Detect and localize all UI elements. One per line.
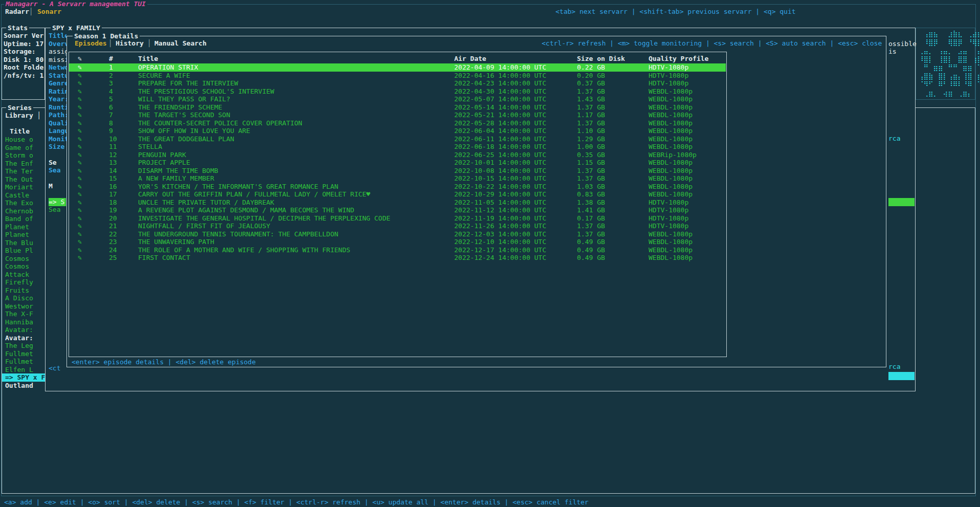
tab-sonarr[interactable]: Sonarr: [37, 8, 61, 16]
tab-manual-search[interactable]: Manual Search: [154, 39, 207, 48]
series-list-item[interactable]: Hanniba: [2, 318, 45, 326]
episode-row[interactable]: ✎ 14 DISARM THE TIME BOMB 2022-10-08 14:…: [69, 167, 726, 175]
series-list-item[interactable]: Band of: [2, 215, 45, 223]
episode-title: A NEW FAMILY MEMBER: [138, 174, 214, 183]
series-list-item[interactable]: Game of: [2, 144, 45, 152]
episode-size: 0.83 GB: [577, 190, 605, 199]
series-list-item[interactable]: The Out: [2, 175, 45, 184]
episode-row[interactable]: ✎ 21 NIGHTFALL / FIRST FIT OF JEALOUSY 2…: [69, 222, 726, 230]
series-list-item[interactable]: The Enf: [2, 160, 45, 168]
selected-season-row-fragment[interactable]: => S: [49, 198, 66, 206]
episode-quality: WEBDL-1080p: [649, 190, 693, 199]
episode-title: CARRY OUT THE GRIFFIN PLAN / FULLMETAL L…: [138, 190, 370, 199]
series-field-label: Quali: [49, 119, 66, 127]
series-list-item[interactable]: A Disco: [2, 294, 45, 302]
series-list-item[interactable]: Cosmos: [2, 262, 45, 271]
episode-row[interactable]: ✎ 5 WILL THEY PASS OR FAIL? 2022-05-07 1…: [69, 95, 726, 103]
pencil-icon: ✎: [78, 167, 82, 175]
episode-row[interactable]: ✎ 3 PREPARE FOR THE INTERVIEW 2022-04-23…: [69, 79, 726, 87]
episode-size: 1.37 GB: [577, 119, 605, 127]
series-list-item[interactable]: Avatar:: [2, 334, 45, 342]
episode-row[interactable]: ✎ 9 SHOW OFF HOW IN LOVE YOU ARE 2022-06…: [69, 127, 726, 135]
seasons-monitored-fragment: M: [49, 182, 53, 190]
series-list-item[interactable]: The Exo: [2, 199, 45, 207]
episode-row[interactable]: ✎ 22 THE UNDERGROUND TENNIS TOURNAMENT: …: [69, 230, 726, 238]
series-list-item[interactable]: Storm o: [2, 151, 45, 160]
series-list-item[interactable]: The Leg: [2, 342, 45, 350]
series-list-item[interactable]: Moriart: [2, 183, 45, 191]
episode-row[interactable]: ✎ 8 THE COUNTER-SECRET POLICE COVER OPER…: [69, 119, 726, 127]
series-list-item[interactable]: Fullmet: [2, 358, 45, 366]
episode-row[interactable]: ✎ 1 OPERATION STRIX 2022-04-09 14:00:00 …: [69, 63, 726, 72]
series-list-item[interactable]: => SPY x F: [2, 373, 45, 382]
series-list-item[interactable]: Avatar:: [2, 326, 45, 334]
episode-row[interactable]: ✎ 23 THE UNWAVERING PATH 2022-12-10 14:0…: [69, 238, 726, 246]
episode-row[interactable]: ✎ 12 PENGUIN PARK 2022-06-25 14:00:00 UT…: [69, 151, 726, 159]
series-list-item[interactable]: Planet: [2, 231, 45, 239]
servarr-tabs-help: <tab> next servarr | <shift-tab> previou…: [555, 8, 796, 16]
series-list-item[interactable]: Westwor: [2, 302, 45, 311]
column-title: Title: [138, 55, 158, 63]
episode-row[interactable]: ✎ 17 CARRY OUT THE GRIFFIN PLAN / FULLME…: [69, 190, 726, 199]
pencil-icon: ✎: [78, 174, 82, 183]
series-list-item[interactable]: The Blu: [2, 239, 45, 247]
season-row-fragment[interactable]: Sea: [49, 206, 60, 214]
stats-panel-title: Stats: [6, 24, 29, 32]
series-list-item[interactable]: The X-F: [2, 310, 45, 318]
episode-size: 1.15 GB: [577, 159, 605, 167]
series-field-label: Path:: [49, 111, 66, 119]
episode-row[interactable]: ✎ 15 A NEW FAMILY MEMBER 2022-10-15 14:0…: [69, 174, 726, 183]
tab-separator-1: │: [108, 39, 113, 48]
episode-air-date: 2022-04-23 14:00:00 UTC: [454, 79, 546, 87]
tab-history[interactable]: History: [116, 39, 144, 48]
series-list-item[interactable]: The Ter: [2, 167, 45, 175]
episodes-table-header: ✎ # Title Air Date Size on Disk Quality …: [69, 55, 726, 63]
pencil-icon: ✎: [78, 87, 82, 96]
episode-air-date: 2022-10-01 14:00:00 UTC: [454, 159, 546, 167]
series-field-label: Monit: [49, 135, 66, 143]
tab-episodes[interactable]: Episodes: [75, 39, 107, 48]
episode-size: 1.10 GB: [577, 127, 605, 135]
managarr-logo-art: ⠀⢠⣶⣦⠀⠀⣰⣷⣆⠀⢀⣴⣦⡀ ⠀⠸⣿⡿⠀⠀⢿⣿⡿⠀⠘⢿⡿⠁ ⢀⣤⡀⠀⢠⣤⡀⠀⣠⣤…: [919, 30, 980, 97]
episode-row[interactable]: ✎ 4 THE PRESTIGIOUS SCHOOL'S INTERVIEW 2…: [69, 87, 726, 96]
series-list-item[interactable]: Elfen L: [2, 366, 45, 374]
library-tab[interactable]: Library │: [5, 112, 41, 120]
episode-air-date: 2022-04-09 14:00:00 UTC: [454, 63, 546, 72]
series-list-item[interactable]: Chernob: [2, 207, 45, 215]
tab-separator-2: │: [147, 39, 151, 48]
episode-row[interactable]: ✎ 10 THE GREAT DODGEBALL PLAN 2022-06-11…: [69, 135, 726, 143]
tab-radarr[interactable]: Radarr: [5, 8, 29, 16]
series-list-item[interactable]: Castle: [2, 191, 45, 200]
episode-number: 13: [109, 159, 117, 167]
series-list-item[interactable]: Blue Pl: [2, 247, 45, 255]
episode-row[interactable]: ✎ 11 STELLA 2022-06-18 14:00:00 UTC 1.00…: [69, 143, 726, 151]
episode-air-date: 2022-12-24 14:00:00 UTC: [454, 254, 546, 262]
season-popup-help: <ctrl-r> refresh | <m> toggle monitoring…: [542, 39, 882, 48]
episode-quality: HDTV-1080p: [649, 72, 688, 80]
episode-row[interactable]: ✎ 18 UNCLE THE PRIVATE TUTOR / DAYBREAK …: [69, 199, 726, 207]
episode-title: THE FRIENDSHIP SCHEME: [138, 103, 222, 112]
series-list-item[interactable]: Attack: [2, 271, 45, 279]
series-list-item[interactable]: Cosmos: [2, 255, 45, 263]
episode-quality: WEBDL-1080p: [649, 143, 693, 151]
episode-row[interactable]: ✎ 19 A REVENGE PLOT AGAINST DESMOND / MA…: [69, 206, 726, 214]
series-list-item[interactable]: Firefly: [2, 278, 45, 286]
episode-row[interactable]: ✎ 6 THE FRIENDSHIP SCHEME 2022-05-14 14:…: [69, 103, 726, 112]
episode-quality: WEBRip-1080p: [649, 151, 697, 159]
series-list-item[interactable]: House o: [2, 136, 45, 144]
episode-row[interactable]: ✎ 24 THE ROLE OF A MOTHER AND WIFE / SHO…: [69, 246, 726, 254]
episode-title: YOR'S KITCHEN / THE INFORMANT'S GREAT RO…: [138, 183, 338, 191]
episode-row[interactable]: ✎ 16 YOR'S KITCHEN / THE INFORMANT'S GRE…: [69, 183, 726, 191]
episode-air-date: 2022-12-17 14:00:00 UTC: [454, 246, 546, 254]
episode-title: PREPARE FOR THE INTERVIEW: [138, 79, 238, 87]
series-list-item[interactable]: Planet: [2, 223, 45, 231]
series-list-item[interactable]: Fruits: [2, 286, 45, 295]
episode-quality: WEBDL-1080p: [649, 111, 693, 119]
episode-row[interactable]: ✎ 7 THE TARGET'S SECOND SON 2022-05-21 1…: [69, 111, 726, 119]
series-list-item[interactable]: Outland: [2, 382, 45, 390]
episode-row[interactable]: ✎ 13 PROJECT APPLE 2022-10-01 14:00:00 U…: [69, 159, 726, 167]
episode-row[interactable]: ✎ 2 SECURE A WIFE 2022-04-16 14:00:00 UT…: [69, 72, 726, 80]
episode-row[interactable]: ✎ 25 FIRST CONTACT 2022-12-24 14:00:00 U…: [69, 254, 726, 262]
episode-row[interactable]: ✎ 20 INVESTIGATE THE GENERAL HOSPITAL / …: [69, 214, 726, 223]
series-list-item[interactable]: Fullmet: [2, 350, 45, 358]
